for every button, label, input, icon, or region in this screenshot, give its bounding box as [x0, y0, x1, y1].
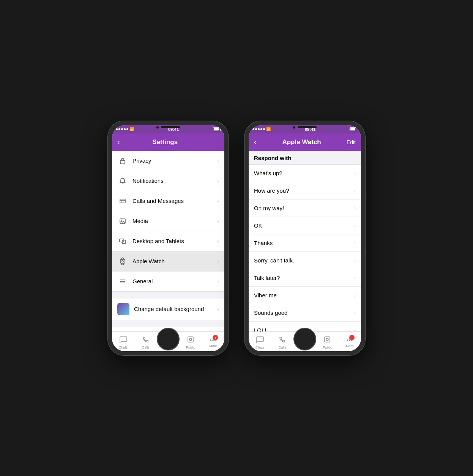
- respond-label-6: Talk later?: [254, 275, 354, 281]
- respond-label-0: What's up?: [254, 170, 354, 176]
- settings-gap2: [112, 320, 224, 327]
- respond-label-4: Thanks: [254, 240, 354, 246]
- media-icon: [117, 216, 128, 226]
- phone2-speaker: [298, 126, 317, 128]
- respond-item-on-my-way[interactable]: On my way! ›: [249, 200, 361, 217]
- respond-item-talk-later[interactable]: Talk later? ›: [249, 269, 361, 287]
- respond-item-whats-up[interactable]: What's up? ›: [249, 165, 361, 182]
- back-button[interactable]: ‹: [117, 137, 120, 147]
- tab-calls[interactable]: Calls: [134, 334, 157, 349]
- calls-tab-icon: [142, 336, 149, 345]
- settings-item-notifications[interactable]: Notifications ›: [112, 171, 224, 191]
- phone2-public-tab-icon: [324, 336, 331, 345]
- phone-speaker: [161, 126, 180, 128]
- svg-rect-0: [120, 160, 125, 164]
- home-button[interactable]: [157, 328, 180, 350]
- phone-camera: [156, 126, 159, 129]
- respond-label-8: Sounds good: [254, 309, 354, 316]
- phone2-nav-title: Apple Watch: [257, 138, 347, 146]
- phone2-camera: [293, 126, 295, 129]
- settings-item-apple-watch[interactable]: Apple Watch ›: [112, 251, 224, 272]
- tab-public[interactable]: Public: [180, 334, 202, 349]
- privacy-chevron: ›: [217, 158, 219, 164]
- phone2-status-left: 📶: [252, 127, 271, 131]
- settings-item-calls[interactable]: Calls and Messages ›: [112, 191, 224, 211]
- phone2-wifi-icon: 📶: [266, 127, 271, 131]
- desktop-icon: [117, 236, 128, 247]
- respond-item-thanks[interactable]: Thanks ›: [249, 234, 361, 252]
- phone2-calls-tab-icon: [279, 336, 286, 345]
- more-tab-badge: !: [213, 335, 218, 340]
- tab-chats[interactable]: Chats: [112, 334, 134, 349]
- phone2-more-tab-label: More: [346, 344, 354, 348]
- phone2-chats-tab-label: Chats: [255, 346, 265, 349]
- background-label: Change default background: [134, 306, 217, 312]
- phone2-calls-tab-label: Calls: [279, 346, 286, 349]
- phone2-tab-more[interactable]: ••• ! More: [339, 335, 361, 348]
- respond-item-sorry[interactable]: Sorry, can't talk. ›: [249, 252, 361, 269]
- phone2-tab-chats[interactable]: Chats: [249, 334, 271, 349]
- phone2-status-right: [350, 127, 357, 131]
- status-right: [213, 127, 221, 131]
- calls-chevron: ›: [217, 198, 219, 204]
- phone2-screen: 📶 09:41 ‹ Apple Watch Edit Respond with …: [249, 125, 361, 351]
- respond-item-ok[interactable]: OK ›: [249, 217, 361, 234]
- privacy-label: Privacy: [132, 157, 217, 164]
- signal-dots: [116, 128, 128, 130]
- settings-content: Privacy › Notifications ›: [112, 151, 224, 331]
- settings-item-privacy[interactable]: Privacy ›: [112, 151, 224, 171]
- respond-item-how-are-you[interactable]: How are you? ›: [249, 182, 361, 200]
- respond-label-5: Sorry, can't talk.: [254, 257, 354, 264]
- calls-tab-label: Calls: [142, 346, 150, 349]
- svg-rect-1: [120, 199, 125, 203]
- respond-item-viber-me[interactable]: Viber me ›: [249, 287, 361, 304]
- phone2-public-tab-label: Public: [323, 346, 332, 349]
- apple-watch-icon: [117, 256, 128, 267]
- settings-item-background[interactable]: Change default background ›: [112, 298, 224, 320]
- phone2-home-button[interactable]: [293, 328, 316, 350]
- general-icon: [117, 276, 128, 287]
- wifi-icon: 📶: [129, 127, 134, 131]
- desktop-label: Desktop and Tablets: [132, 238, 217, 244]
- apple-watch-content: Respond with What's up? › How are you? ›…: [249, 151, 361, 331]
- notifications-chevron: ›: [217, 178, 219, 184]
- media-label: Media: [132, 218, 217, 224]
- public-tab-icon: [187, 336, 194, 345]
- desktop-chevron: ›: [217, 238, 219, 244]
- settings-item-desktop[interactable]: Desktop and Tablets ›: [112, 231, 224, 251]
- phone2-tab-public[interactable]: Public: [316, 334, 339, 349]
- svg-rect-15: [325, 337, 330, 342]
- phone2-edit-button[interactable]: Edit: [347, 139, 356, 145]
- tab-more[interactable]: ••• ! More: [202, 335, 224, 348]
- background-section: Change default background ›: [112, 298, 224, 320]
- background-chevron: ›: [217, 306, 219, 312]
- notifications-icon: [117, 176, 128, 186]
- calls-icon: [117, 196, 128, 206]
- settings-gap1: [112, 292, 224, 298]
- apple-watch-chevron: ›: [217, 258, 219, 264]
- phone2-tab-calls[interactable]: Calls: [271, 334, 293, 349]
- media-chevron: ›: [217, 218, 219, 224]
- svg-point-7: [122, 261, 123, 262]
- privacy-icon: [117, 156, 128, 166]
- phone2-more-tab-badge: !: [349, 335, 355, 340]
- calls-label: Calls and Messages: [132, 198, 217, 204]
- respond-label-3: OK: [254, 222, 354, 229]
- notifications-label: Notifications: [132, 178, 217, 184]
- svg-rect-12: [188, 337, 193, 342]
- phone1: 📶 09:41 ‹ Settings: [107, 121, 229, 356]
- phone2: 📶 09:41 ‹ Apple Watch Edit Respond with …: [244, 121, 366, 356]
- apple-watch-label: Apple Watch: [132, 258, 217, 264]
- svg-rect-4: [120, 239, 124, 242]
- settings-item-media[interactable]: Media ›: [112, 211, 224, 231]
- phone2-chats-tab-icon: [256, 336, 264, 345]
- general-label: General: [132, 278, 217, 284]
- chats-tab-label: Chats: [119, 346, 128, 349]
- settings-item-general[interactable]: General ›: [112, 272, 224, 291]
- respond-item-sounds-good[interactable]: Sounds good ›: [249, 304, 361, 322]
- svg-point-16: [326, 338, 328, 341]
- public-tab-label: Public: [186, 346, 196, 349]
- respond-label-2: On my way!: [254, 205, 354, 211]
- phone2-nav-bar: ‹ Apple Watch Edit: [249, 134, 361, 151]
- phone2-back-button[interactable]: ‹: [254, 137, 257, 147]
